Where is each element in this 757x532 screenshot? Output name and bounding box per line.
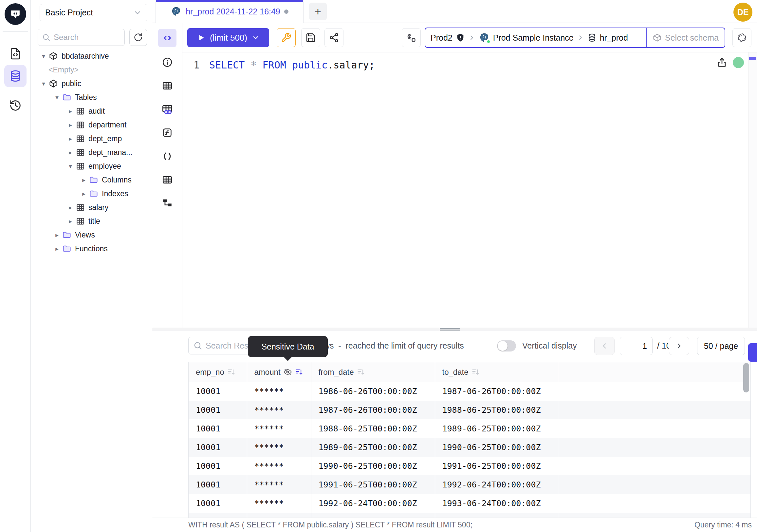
avatar[interactable]: DE xyxy=(733,3,752,22)
next-page-button[interactable] xyxy=(669,337,689,355)
save-sheet-button[interactable] xyxy=(301,28,320,47)
table-cell[interactable]: 1993-06-24T00:00:00Z xyxy=(311,513,435,517)
table-cell[interactable]: 1986-06-26T00:00:00Z xyxy=(311,382,435,401)
tree-item-dept-mana-[interactable]: ▸dept_mana... xyxy=(31,145,152,159)
upload-icon[interactable] xyxy=(716,57,728,68)
table-row[interactable]: 10001******1987-06-26T00:00:00Z1988-06-2… xyxy=(189,401,750,419)
sql-editor[interactable]: 1SELECT * FROM public.salary; xyxy=(182,52,757,328)
tree-item-title[interactable]: ▸title xyxy=(31,214,152,228)
table-cell[interactable]: 1992-06-24T00:00:00Z xyxy=(435,475,558,494)
column-header-amount[interactable]: amount xyxy=(247,362,311,382)
table-cell[interactable]: 10001 xyxy=(189,494,247,513)
page-number-input[interactable] xyxy=(620,337,652,355)
table-cell[interactable]: 10001 xyxy=(189,475,247,494)
select-schema-button[interactable]: Select schema xyxy=(646,28,725,47)
sidebar-search-input[interactable] xyxy=(54,33,113,42)
functions-panel-button[interactable] xyxy=(152,126,182,139)
results-scrollbar-thumb[interactable] xyxy=(743,363,749,392)
project-select[interactable]: Basic Project xyxy=(40,4,147,21)
page-size-select[interactable]: 50 / page xyxy=(697,337,745,355)
table-cell[interactable]: ****** xyxy=(247,401,311,419)
table-cell[interactable]: 1991-06-25T00:00:00Z xyxy=(435,457,558,475)
tree-item-tables[interactable]: ▾Tables xyxy=(31,90,152,104)
admin-mode-button[interactable] xyxy=(277,28,296,47)
table-cell[interactable]: ****** xyxy=(247,438,311,457)
table-cell[interactable]: ****** xyxy=(247,382,311,401)
table-cell[interactable]: 10001 xyxy=(189,382,247,401)
history-nav-button[interactable] xyxy=(4,94,26,117)
caret-right-icon[interactable]: ▸ xyxy=(79,176,89,184)
tree-item-employee[interactable]: ▾employee xyxy=(31,159,152,173)
table-row[interactable]: 10001******1990-06-25T00:00:00Z1991-06-2… xyxy=(189,457,750,475)
table-row[interactable]: 10001******1989-06-25T00:00:00Z1990-06-2… xyxy=(189,438,750,457)
table-cell[interactable] xyxy=(558,382,750,401)
table-row[interactable]: 10001******1992-06-24T00:00:00Z1993-06-2… xyxy=(189,494,750,513)
parameters-panel-button[interactable] xyxy=(152,150,182,163)
table-row[interactable]: 10001******1993-06-24T00:00:00Z1994-06-2… xyxy=(189,513,750,517)
caret-right-icon[interactable]: ▸ xyxy=(66,149,75,156)
column-header-emp_no[interactable]: emp_no xyxy=(189,362,247,382)
table-cell[interactable] xyxy=(558,438,750,457)
chevron-down-icon[interactable] xyxy=(252,34,260,42)
ai-assistant-button[interactable] xyxy=(733,28,751,47)
table-cell[interactable] xyxy=(558,457,750,475)
table-cell[interactable] xyxy=(558,401,750,419)
table-cell[interactable]: 1989-06-25T00:00:00Z xyxy=(435,419,558,438)
schema-diagram-button[interactable] xyxy=(152,197,182,210)
column-header-from_date[interactable]: from_date xyxy=(311,362,435,382)
tree-item-dept-emp[interactable]: ▸dept_emp xyxy=(31,132,152,145)
tree-item-public[interactable]: ▾public xyxy=(31,77,152,90)
caret-right-icon[interactable]: ▸ xyxy=(66,218,75,225)
table-row[interactable]: 10001******1988-06-25T00:00:00Z1989-06-2… xyxy=(189,419,750,438)
new-tab-button[interactable]: + xyxy=(309,3,327,20)
table-cell[interactable] xyxy=(558,475,750,494)
table-row[interactable]: 10001******1991-06-25T00:00:00Z1992-06-2… xyxy=(189,475,750,494)
tree-item-audit[interactable]: ▸audit xyxy=(31,104,152,118)
tree-item-department[interactable]: ▸department xyxy=(31,118,152,132)
caret-right-icon[interactable]: ▸ xyxy=(52,245,62,253)
breadcrumb-instance[interactable]: Prod Sample Instance xyxy=(493,33,574,43)
table-cell[interactable]: 1990-06-25T00:00:00Z xyxy=(435,438,558,457)
vertical-display-toggle[interactable] xyxy=(497,340,516,352)
table-cell[interactable]: 1988-06-25T00:00:00Z xyxy=(311,419,435,438)
tree-item-views[interactable]: ▸Views xyxy=(31,228,152,242)
table-cell[interactable]: 10001 xyxy=(189,419,247,438)
table-cell[interactable]: 10001 xyxy=(189,438,247,457)
tree-item-bbdataarchive[interactable]: ▾bbdataarchive xyxy=(31,49,152,63)
sensitive-data-panel-button[interactable] xyxy=(152,103,182,116)
views-panel-button[interactable] xyxy=(152,173,182,186)
table-cell[interactable]: ****** xyxy=(247,513,311,517)
table-cell[interactable]: 1994-06-24T00:00:00Z xyxy=(435,513,558,517)
table-cell[interactable] xyxy=(558,494,750,513)
tree-item-columns[interactable]: ▸Columns xyxy=(31,173,152,187)
tree-item--empty-[interactable]: <Empty> xyxy=(31,63,152,77)
caret-down-icon[interactable]: ▾ xyxy=(39,80,48,87)
editor-overview-ruler[interactable] xyxy=(748,52,757,328)
breadcrumb-main[interactable]: Prod2 Prod Sample Instance hr_prod xyxy=(425,28,646,47)
column-header-to_date[interactable]: to_date xyxy=(435,362,558,382)
tree-item-salary[interactable]: ▸salary xyxy=(31,201,152,214)
refresh-tree-button[interactable] xyxy=(129,29,147,46)
table-cell[interactable]: 1987-06-26T00:00:00Z xyxy=(435,382,558,401)
run-query-button[interactable]: (limit 500) xyxy=(187,28,269,47)
code-area[interactable]: 1SELECT * FROM public.salary; xyxy=(182,58,757,72)
table-cell[interactable]: 10001 xyxy=(189,457,247,475)
table-cell[interactable]: 1987-06-26T00:00:00Z xyxy=(311,401,435,419)
bytebase-logo[interactable] xyxy=(5,3,26,25)
share-sheet-button[interactable] xyxy=(324,28,344,47)
tree-item-indexes[interactable]: ▸Indexes xyxy=(31,187,152,201)
prev-page-button[interactable] xyxy=(594,337,615,355)
caret-right-icon[interactable]: ▸ xyxy=(66,121,75,129)
table-cell[interactable] xyxy=(558,419,750,438)
sort-icon[interactable] xyxy=(295,367,304,376)
caret-down-icon[interactable]: ▾ xyxy=(66,163,75,170)
connection-button[interactable] xyxy=(402,28,421,47)
caret-down-icon[interactable]: ▾ xyxy=(52,94,62,101)
info-panel-button[interactable] xyxy=(152,56,182,69)
caret-down-icon[interactable]: ▾ xyxy=(39,52,48,60)
tab-active[interactable]: hr_prod 2024-11-22 16:49 xyxy=(156,0,304,23)
tree-item-functions[interactable]: ▸Functions xyxy=(31,242,152,256)
caret-right-icon[interactable]: ▸ xyxy=(66,108,75,115)
table-cell[interactable]: 10001 xyxy=(189,513,247,517)
export-button-edge[interactable] xyxy=(748,343,757,362)
